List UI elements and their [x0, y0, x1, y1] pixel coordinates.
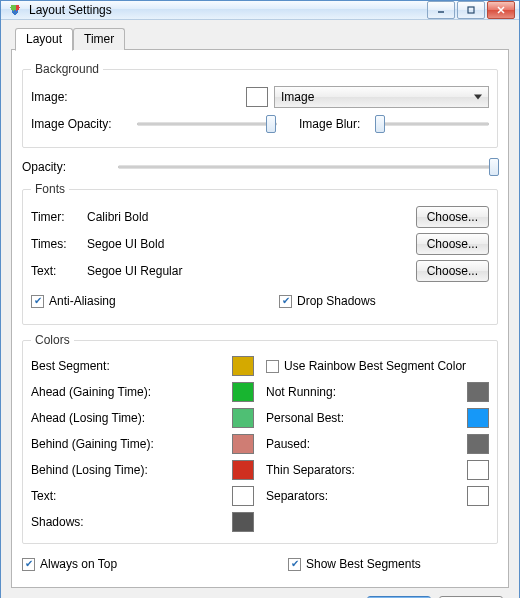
maximize-button[interactable] [457, 1, 485, 19]
group-fonts: Fonts Timer: Calibri Bold Choose... Time… [22, 182, 498, 325]
paused-label: Paused: [266, 437, 461, 451]
dropshadows-checkbox[interactable]: Drop Shadows [279, 294, 489, 308]
show-best-segments-label: Show Best Segments [306, 557, 421, 571]
timer-font-label: Timer: [31, 210, 81, 224]
group-background: Background Image: Image Image Opacity: I… [22, 62, 498, 148]
background-color-swatch[interactable] [246, 87, 268, 107]
text-font-value: Segoe UI Regular [87, 264, 410, 278]
checkbox-icon [22, 558, 35, 571]
ahead-lose-swatch[interactable] [232, 408, 254, 428]
dropshadows-label: Drop Shadows [297, 294, 376, 308]
ahead-gain-label: Ahead (Gaining Time): [31, 385, 226, 399]
background-legend: Background [31, 62, 103, 76]
use-rainbow-checkbox[interactable]: Use Rainbow Best Segment Color [266, 359, 466, 373]
best-segment-swatch[interactable] [232, 356, 254, 376]
tab-panel: Background Image: Image Image Opacity: I… [11, 49, 509, 588]
times-font-label: Times: [31, 237, 81, 251]
client-area: Layout Timer Background Image: Image Ima… [1, 20, 519, 598]
tab-layout[interactable]: Layout [15, 28, 73, 51]
choose-timer-font-button[interactable]: Choose... [416, 206, 489, 228]
personal-best-label: Personal Best: [266, 411, 461, 425]
timer-font-value: Calibri Bold [87, 210, 410, 224]
behind-gain-label: Behind (Gaining Time): [31, 437, 226, 451]
text-color-label: Text: [31, 489, 226, 503]
background-type-dropdown[interactable]: Image [274, 86, 489, 108]
button-bar: OK Cancel [11, 588, 509, 598]
tab-timer[interactable]: Timer [73, 28, 125, 50]
thin-sep-label: Thin Separators: [266, 463, 461, 477]
text-font-label: Text: [31, 264, 81, 278]
show-best-segments-checkbox[interactable]: Show Best Segments [288, 557, 498, 571]
window-buttons [427, 1, 515, 19]
behind-lose-label: Behind (Losing Time): [31, 463, 226, 477]
paused-swatch[interactable] [467, 434, 489, 454]
checkbox-icon [266, 360, 279, 373]
opacity-slider[interactable] [118, 156, 498, 178]
fonts-legend: Fonts [31, 182, 69, 196]
ahead-gain-swatch[interactable] [232, 382, 254, 402]
opacity-label: Opacity: [22, 160, 112, 174]
image-blur-label: Image Blur: [299, 117, 369, 131]
sep-swatch[interactable] [467, 486, 489, 506]
image-label: Image: [31, 90, 131, 104]
shadows-color-label: Shadows: [31, 515, 226, 529]
svg-rect-1 [468, 7, 474, 13]
minimize-button[interactable] [427, 1, 455, 19]
image-opacity-slider[interactable] [137, 113, 277, 135]
always-on-top-checkbox[interactable]: Always on Top [22, 557, 117, 571]
checkbox-icon [288, 558, 301, 571]
group-colors: Colors Best Segment: Use Rainbow Best Se… [22, 333, 498, 544]
antialias-label: Anti-Aliasing [49, 294, 116, 308]
antialias-checkbox[interactable]: Anti-Aliasing [31, 294, 116, 308]
close-button[interactable] [487, 1, 515, 19]
use-rainbow-label: Use Rainbow Best Segment Color [284, 359, 466, 373]
tabstrip: Layout Timer [15, 28, 509, 50]
thin-sep-swatch[interactable] [467, 460, 489, 480]
image-blur-slider[interactable] [375, 113, 489, 135]
behind-lose-swatch[interactable] [232, 460, 254, 480]
personal-best-swatch[interactable] [467, 408, 489, 428]
times-font-value: Segoe UI Bold [87, 237, 410, 251]
ahead-lose-label: Ahead (Losing Time): [31, 411, 226, 425]
image-opacity-label: Image Opacity: [31, 117, 131, 131]
app-icon [7, 2, 23, 18]
sep-label: Separators: [266, 489, 461, 503]
text-color-swatch[interactable] [232, 486, 254, 506]
colors-legend: Colors [31, 333, 74, 347]
window-title: Layout Settings [29, 3, 427, 17]
colors-grid: Best Segment: Use Rainbow Best Segment C… [31, 353, 489, 535]
window: Layout Settings Layout Timer Background … [0, 0, 520, 598]
checkbox-icon [31, 295, 44, 308]
not-running-swatch[interactable] [467, 382, 489, 402]
background-type-value: Image [281, 90, 314, 104]
best-segment-label: Best Segment: [31, 359, 226, 373]
not-running-label: Not Running: [266, 385, 461, 399]
choose-times-font-button[interactable]: Choose... [416, 233, 489, 255]
choose-text-font-button[interactable]: Choose... [416, 260, 489, 282]
behind-gain-swatch[interactable] [232, 434, 254, 454]
checkbox-icon [279, 295, 292, 308]
opacity-row: Opacity: [22, 156, 498, 178]
always-on-top-label: Always on Top [40, 557, 117, 571]
shadows-color-swatch[interactable] [232, 512, 254, 532]
titlebar: Layout Settings [1, 1, 519, 20]
